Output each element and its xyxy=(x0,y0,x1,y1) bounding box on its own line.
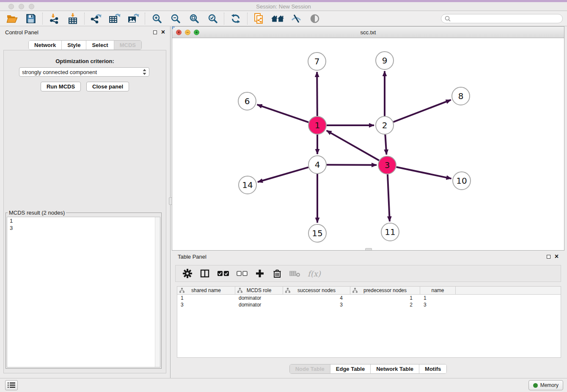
mcds-panel: Optimization criterion: strongly connect… xyxy=(3,50,166,373)
toolbar-separator xyxy=(42,13,43,25)
column-label: shared name xyxy=(191,287,221,293)
window-close-button[interactable] xyxy=(8,4,14,9)
control-tab-network[interactable]: Network xyxy=(29,41,62,50)
export-table-icon xyxy=(108,13,121,24)
column-header-shared-name[interactable]: shared name xyxy=(177,287,235,294)
graph-edge-2-3[interactable] xyxy=(385,135,386,155)
select-all-checks-button[interactable] xyxy=(217,268,229,279)
close-panel-icon[interactable]: × xyxy=(161,30,165,34)
hide-eye-button[interactable] xyxy=(289,12,303,25)
column-header-predecessor-nodes[interactable]: predecessor nodes xyxy=(350,287,420,294)
table-header-row: shared nameMCDS rolesuccessor nodesprede… xyxy=(177,287,561,295)
memory-button[interactable]: Memory xyxy=(528,380,563,390)
task-history-button[interactable] xyxy=(5,380,18,390)
function-fx-button[interactable]: f(x) xyxy=(308,268,321,279)
gear-button[interactable] xyxy=(182,268,193,279)
table-cell: 3 xyxy=(420,302,456,308)
network-graph[interactable]: 7968124314101511 xyxy=(172,38,564,250)
optimization-select[interactable]: strongly connected component xyxy=(19,67,149,77)
export-network-icon xyxy=(90,13,102,24)
graph-edge-3-11[interactable] xyxy=(388,174,390,221)
sitemap-icon xyxy=(352,288,358,293)
toolbar-separator xyxy=(224,13,224,25)
node-table: shared nameMCDS rolesuccessor nodesprede… xyxy=(177,286,561,358)
search-box[interactable] xyxy=(441,14,563,23)
open-folder-button[interactable] xyxy=(5,12,19,25)
network-canvas[interactable]: 7968124314101511 xyxy=(172,38,564,250)
save-button[interactable] xyxy=(24,12,38,25)
toolbar-separator xyxy=(145,13,145,25)
graph-edge-1-7[interactable] xyxy=(317,72,317,116)
table-panel-header: Table Panel × xyxy=(172,251,564,262)
graph-edge-3-1[interactable] xyxy=(327,130,379,160)
cytoscape-window: Session: New Session Control Panel × Net… xyxy=(0,0,567,392)
window-minimize-button[interactable] xyxy=(19,4,24,9)
zoom-out-button[interactable] xyxy=(168,12,182,25)
zoom-selected-button[interactable] xyxy=(205,12,220,25)
export-network-button[interactable] xyxy=(89,12,103,25)
optimization-select-value: strongly connected component xyxy=(22,69,143,75)
close-panel-button[interactable]: Close panel xyxy=(86,82,129,91)
float-panel-icon[interactable] xyxy=(153,30,157,34)
zoom-fit-icon xyxy=(189,14,199,23)
add-row-button[interactable] xyxy=(255,268,265,279)
network-close-button[interactable]: × xyxy=(176,30,182,35)
zoom-fit-button[interactable] xyxy=(187,12,201,25)
import-network-button[interactable] xyxy=(47,12,61,25)
run-mcds-button[interactable]: Run MCDS xyxy=(41,82,81,91)
table-cell: 1 xyxy=(350,295,420,301)
zoom-in-button[interactable] xyxy=(149,12,164,25)
split-columns-button[interactable] xyxy=(200,268,210,279)
column-header-name[interactable]: name xyxy=(420,287,456,294)
graph-node-label-1: 1 xyxy=(315,120,320,130)
search-input[interactable] xyxy=(453,15,559,22)
control-tab-mcds[interactable]: MCDS xyxy=(114,41,141,50)
result-scrollbar[interactable] xyxy=(155,217,160,367)
table-float-panel-icon[interactable] xyxy=(547,255,550,259)
table-close-panel-icon[interactable]: × xyxy=(555,254,559,259)
trash-button[interactable] xyxy=(272,268,282,279)
control-tab-style[interactable]: Style xyxy=(62,41,86,50)
graph-edge-4-14[interactable] xyxy=(258,167,308,182)
table-row[interactable]: 3dominator323 xyxy=(177,301,561,308)
table-row[interactable]: 1dominator411 xyxy=(177,295,561,301)
canvas-splitter-handle[interactable] xyxy=(365,248,372,250)
export-table-button[interactable] xyxy=(107,12,122,25)
graph-node-label-9: 9 xyxy=(382,55,388,66)
graph-node-label-2: 2 xyxy=(382,120,388,130)
clear-table-button[interactable] xyxy=(289,268,300,279)
mcds-result-list[interactable]: 13 xyxy=(7,217,160,367)
network-view-window: × − + scc.txt 7968124314101511 xyxy=(172,26,564,251)
table-tab-network-table[interactable]: Network Table xyxy=(371,364,419,373)
graph-edge-4-3[interactable] xyxy=(327,165,377,165)
table-tab-motifs[interactable]: Motifs xyxy=(419,364,446,373)
table-cell: dominator xyxy=(235,302,283,308)
graph-edge-3-10[interactable] xyxy=(396,167,451,179)
ndex-houses-button[interactable] xyxy=(270,12,285,25)
network-maximize-button[interactable]: + xyxy=(194,30,199,35)
window-zoom-button[interactable] xyxy=(29,4,34,9)
mcds-result-box: MCDS result (2 nodes) 13 xyxy=(6,210,162,369)
export-image-button[interactable] xyxy=(126,12,140,25)
ndex-houses-icon xyxy=(271,14,284,24)
network-minimize-button[interactable]: − xyxy=(185,30,190,35)
focus-corner xyxy=(172,27,175,29)
column-label: name xyxy=(431,287,444,293)
deselect-all-checks-button[interactable] xyxy=(237,268,248,279)
table-tab-node-table[interactable]: Node Table xyxy=(290,364,330,373)
graph-edge-2-8[interactable] xyxy=(394,100,451,122)
show-eye-button[interactable] xyxy=(308,12,322,25)
import-table-button[interactable] xyxy=(66,12,80,25)
sitemap-icon xyxy=(179,288,184,294)
main-toolbar xyxy=(0,11,567,26)
control-tab-select[interactable]: Select xyxy=(86,41,114,50)
graph-edge-1-6[interactable] xyxy=(257,105,309,122)
column-header-MCDS-role[interactable]: MCDS role xyxy=(235,287,283,294)
clone-network-button[interactable] xyxy=(252,12,266,25)
network-window-titlebar: × − + scc.txt xyxy=(172,27,564,38)
status-bar: Memory xyxy=(0,378,567,392)
column-header-successor-nodes[interactable]: successor nodes xyxy=(283,287,350,294)
column-label: predecessor nodes xyxy=(363,287,407,293)
table-tab-edge-table[interactable]: Edge Table xyxy=(330,364,371,373)
refresh-button[interactable] xyxy=(228,12,243,25)
